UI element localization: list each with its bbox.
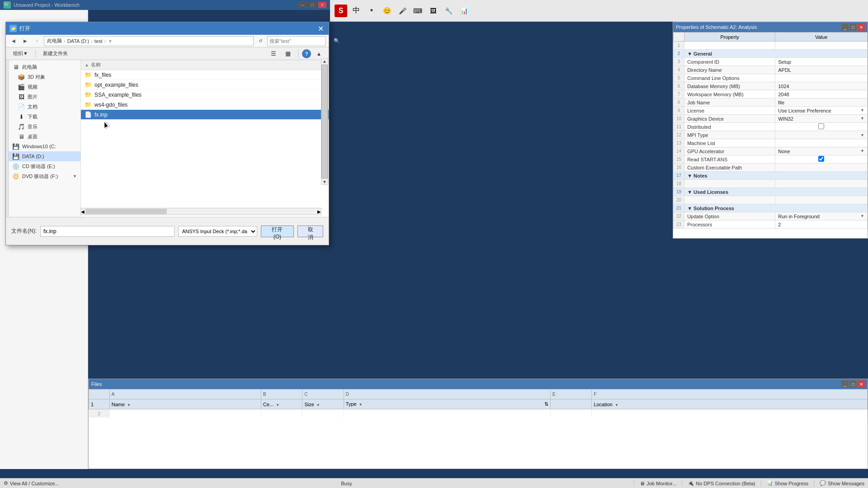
sidebar-item-documents[interactable]: 📄 文档 [9, 102, 80, 112]
property-column-header: Property [684, 33, 775, 42]
sidebar-item-desktop[interactable]: 🖥 桌面 [9, 131, 80, 141]
files-expand-btn[interactable]: □ [849, 380, 857, 388]
files-minimize-btn[interactable]: _ [841, 380, 849, 388]
location-filter-arrow[interactable]: ▼ [615, 403, 618, 407]
file-entry-fx-files[interactable]: 📁 fx_files [81, 70, 329, 80]
scrollbar[interactable]: ▲ ▼ [321, 58, 328, 185]
type-sort-btn[interactable]: ⇅ [544, 401, 548, 407]
table-row-solution-process[interactable]: 21 ▼ Solution Process [674, 204, 868, 212]
folder-icon-opt: 📁 [85, 81, 92, 89]
ce-filter-arrow[interactable]: ▼ [276, 403, 279, 407]
files-close-btn[interactable]: ✕ [858, 380, 865, 388]
dps-area[interactable]: 🔌 No DPS Connection (Beta) [688, 480, 755, 486]
show-messages-label[interactable]: Show Messages [828, 481, 864, 486]
gallery-icon[interactable]: 🖼 [427, 5, 439, 17]
breadcrumb-computer[interactable]: 此电脑 [47, 38, 62, 44]
sidebar-item-dvd[interactable]: 📀 DVD 驱动器 (F:) ▼ [9, 171, 80, 181]
file-toolbar: 组织▼ 新建文件夹 ☰ ▦ ? ▲ [6, 47, 329, 60]
file-entry-ws4[interactable]: 📁 ws4-gdo_files [81, 100, 329, 110]
show-progress-area[interactable]: 📊 Show Progress [767, 480, 809, 486]
organize-button[interactable]: 组织▼ [9, 49, 32, 59]
filename-input[interactable] [40, 226, 175, 237]
sidebar-item-downloads[interactable]: ⬇ 下载 [9, 112, 80, 122]
prop-minimize-btn[interactable]: _ [841, 23, 849, 31]
breadcrumb-drive[interactable]: DATA (D:) [67, 38, 89, 44]
collapse-button[interactable]: ▲ [85, 62, 89, 67]
job-monitor-area[interactable]: 🖥 Job Monitor... [640, 481, 676, 486]
chinese-icon[interactable]: 中 [350, 5, 363, 17]
table-row-notes[interactable]: 17 ▼ Notes [674, 172, 868, 180]
prop-close-btn[interactable]: ✕ [858, 23, 865, 31]
open-button[interactable]: 打开(O) [261, 225, 294, 237]
license-dropdown-arrow[interactable]: ▼ [860, 108, 864, 113]
sidebar-item-data[interactable]: 💾 DATA (D:) [9, 151, 80, 161]
breadcrumb-path[interactable]: 此电脑 › DATA (D:) › test › ▼ [44, 36, 254, 46]
h-scrollbar[interactable]: ◀ ▶ [80, 208, 321, 215]
dps-label[interactable]: No DPS Connection (Beta) [696, 481, 755, 486]
scroll-right-button[interactable]: ▶ [317, 209, 321, 214]
table-row-general[interactable]: 2 ▼ General [674, 50, 868, 58]
window-controls[interactable]: ─ □ ✕ [298, 2, 326, 8]
gpu-dropdown-arrow[interactable]: ▼ [860, 149, 864, 153]
sidebar-label-video: 视频 [28, 84, 38, 90]
sidebar-item-computer[interactable]: 🖥 此电脑 [9, 62, 80, 72]
scroll-thumb[interactable] [321, 65, 328, 178]
view-list-button[interactable]: ▦ [282, 49, 294, 59]
properties-scroll[interactable]: Property Value 1 2 ▼ General 3 Component… [673, 32, 868, 238]
table-row-license: 9 License Use License Preference▼ [674, 107, 868, 115]
view-all-label[interactable]: View All / Customize... [10, 481, 59, 486]
show-messages-area[interactable]: 💬 Show Messages [820, 480, 864, 486]
update-dropdown-arrow[interactable]: ▼ [860, 214, 864, 218]
file-entry-opt[interactable]: 📁 opt_example_files [81, 80, 329, 90]
sidebar-item-music[interactable]: 🎵 音乐 [9, 122, 80, 131]
scroll-down-button[interactable]: ▼ [321, 179, 328, 184]
table-row-used-licenses[interactable]: 19 ▼ Used Licenses [674, 188, 868, 196]
refresh-button[interactable]: ↺ [255, 36, 265, 46]
help-button[interactable]: ? [302, 49, 311, 58]
mpi-dropdown-arrow[interactable]: ▼ [860, 133, 864, 137]
type-filter-arrow[interactable]: ▼ [359, 403, 363, 407]
sidebar-item-windows[interactable]: 💾 Windows10 (C: [9, 141, 80, 151]
smiley-icon[interactable]: 😊 [381, 5, 393, 17]
name-filter-arrow[interactable]: ▼ [127, 403, 131, 407]
sidebar-label-windows: Windows10 (C: [22, 144, 56, 149]
search-button[interactable]: 🔍 [334, 38, 340, 44]
read-start-checkbox[interactable] [818, 156, 824, 162]
close-button[interactable]: ✕ [318, 2, 326, 8]
new-folder-button[interactable]: 新建文件夹 [39, 49, 71, 59]
sidebar-item-cd[interactable]: 💿 CD 驱动器 (E:) [9, 161, 80, 171]
tools-icon[interactable]: 🔧 [442, 5, 455, 17]
search-box[interactable]: 🔍 [267, 36, 326, 46]
back-button[interactable]: ◀ [9, 36, 19, 46]
h-scroll-thumb[interactable] [85, 209, 167, 214]
keyboard-icon[interactable]: ⌨ [411, 5, 424, 17]
chart-icon[interactable]: 📊 [458, 5, 470, 17]
minimize-button[interactable]: ─ [298, 2, 307, 8]
cancel-button[interactable]: 取消 [297, 225, 323, 237]
distributed-checkbox[interactable] [818, 123, 824, 129]
file-entry-ssa[interactable]: 📁 SSA_example_files [81, 90, 329, 100]
maximize-button[interactable]: □ [308, 2, 316, 8]
sidebar-item-video[interactable]: 🎬 视频 [9, 82, 80, 92]
size-filter-arrow[interactable]: ▼ [316, 403, 320, 407]
collapse-up-btn[interactable]: ▲ [313, 49, 325, 59]
sidebar-item-3d[interactable]: 📦 3D 对象 [9, 72, 80, 82]
job-monitor-label[interactable]: Job Monitor... [646, 481, 676, 486]
mic-icon[interactable]: 🎤 [396, 5, 409, 17]
scroll-left-button[interactable]: ◀ [81, 209, 85, 214]
show-progress-label[interactable]: Show Progress [775, 481, 809, 486]
forward-button[interactable]: ▶ [20, 36, 30, 46]
prop-expand-btn[interactable]: □ [849, 23, 857, 31]
graphics-dropdown-arrow[interactable]: ▼ [860, 116, 864, 121]
search-input[interactable] [269, 38, 332, 44]
scroll-up-button[interactable]: ▲ [321, 59, 328, 64]
file-entry-fx-inp[interactable]: 📄 fx.inp [81, 110, 329, 120]
view-toggle-button[interactable]: ☰ [267, 49, 280, 59]
sidebar-item-pictures[interactable]: 🖼 图片 [9, 92, 80, 102]
dot-icon[interactable]: • [365, 5, 378, 17]
filter-area[interactable]: ⚙ View All / Customize... [4, 480, 59, 486]
filetype-select[interactable]: ANSYS Input Deck (*.inp;*.da [178, 226, 257, 237]
dialog-close-button[interactable]: ✕ [316, 24, 325, 33]
up-button[interactable]: ↑ [32, 36, 42, 46]
breadcrumb-folder[interactable]: test [94, 38, 103, 44]
